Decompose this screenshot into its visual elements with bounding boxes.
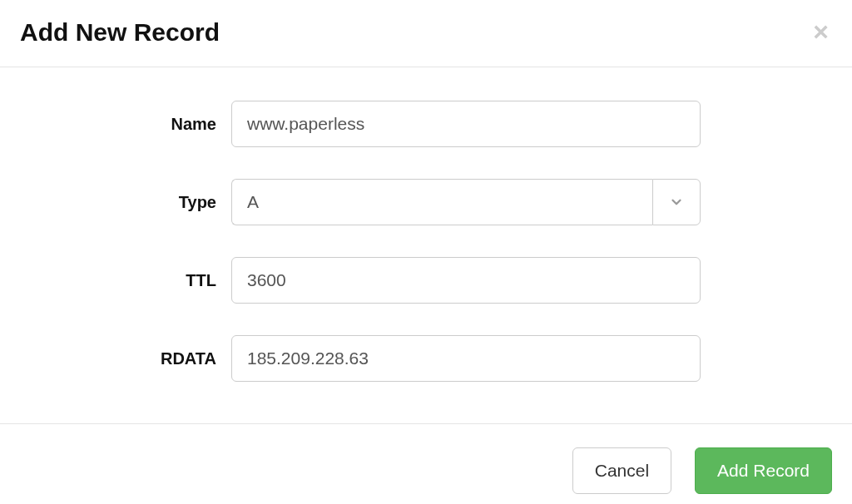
- type-label: Type: [17, 193, 231, 212]
- type-select-value[interactable]: A: [231, 179, 652, 225]
- rdata-input[interactable]: [231, 335, 701, 382]
- name-label: Name: [17, 115, 231, 134]
- modal-footer: Cancel Add Record: [0, 423, 852, 504]
- rdata-label: RDATA: [17, 349, 231, 368]
- name-input[interactable]: [231, 101, 701, 147]
- type-select-toggle[interactable]: [652, 179, 701, 225]
- chevron-down-icon: [669, 195, 684, 210]
- ttl-label: TTL: [17, 271, 231, 290]
- cancel-button[interactable]: Cancel: [572, 447, 671, 494]
- form-row-rdata: RDATA: [0, 335, 852, 382]
- modal-title: Add New Record: [20, 18, 220, 47]
- form-row-type: Type A: [0, 179, 852, 225]
- submit-button[interactable]: Add Record: [695, 447, 832, 494]
- modal-body: Name Type A TTL RDATA: [0, 67, 852, 423]
- type-select[interactable]: A: [231, 179, 701, 225]
- modal-header: Add New Record ×: [0, 0, 852, 67]
- close-icon[interactable]: ×: [810, 18, 832, 45]
- ttl-input[interactable]: [231, 257, 701, 304]
- form-row-name: Name: [0, 101, 852, 147]
- form-row-ttl: TTL: [0, 257, 852, 304]
